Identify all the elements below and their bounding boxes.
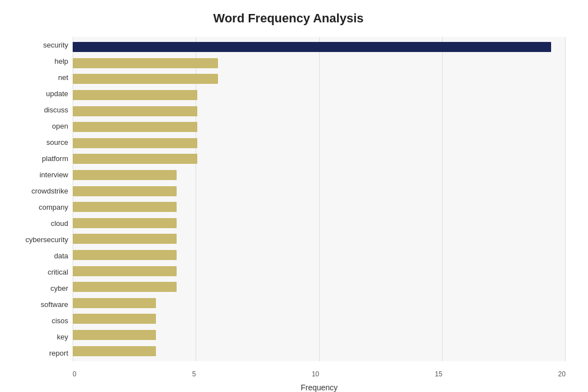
bar-row bbox=[73, 345, 566, 357]
y-label: crowdstrike bbox=[31, 187, 68, 195]
y-label: platform bbox=[42, 155, 68, 162]
bar bbox=[73, 58, 218, 68]
bar-row bbox=[73, 185, 566, 197]
bar bbox=[73, 90, 197, 100]
y-label: cisos bbox=[51, 317, 68, 324]
bar bbox=[73, 266, 177, 276]
bars-and-grid: 05101520 Frequency bbox=[73, 37, 566, 361]
bar bbox=[73, 42, 551, 52]
y-label: update bbox=[46, 90, 68, 97]
bar bbox=[73, 138, 197, 148]
bar bbox=[73, 250, 177, 260]
bar-row bbox=[73, 233, 566, 245]
bar bbox=[73, 74, 218, 84]
chart-container: Word Frequency Analysis securityhelpnetu… bbox=[0, 0, 588, 392]
bar bbox=[73, 282, 177, 292]
bar bbox=[73, 330, 156, 340]
chart-title: Word Frequency Analysis bbox=[11, 11, 566, 26]
y-label: help bbox=[54, 58, 68, 65]
x-tick-label: 5 bbox=[192, 370, 196, 378]
bar-row bbox=[73, 297, 566, 309]
y-label: software bbox=[41, 301, 68, 308]
bar-row bbox=[73, 73, 566, 85]
y-label: source bbox=[46, 139, 68, 146]
bar bbox=[73, 106, 197, 116]
bar bbox=[73, 170, 177, 180]
bar-row bbox=[73, 217, 566, 229]
bar-row bbox=[73, 89, 566, 101]
bar-row bbox=[73, 57, 566, 69]
y-label: critical bbox=[48, 268, 68, 276]
x-tick-label: 20 bbox=[558, 370, 566, 378]
x-tick-label: 10 bbox=[312, 370, 319, 378]
bar-row bbox=[73, 105, 566, 117]
y-label: data bbox=[54, 252, 68, 259]
y-label: cybersecurity bbox=[25, 236, 68, 243]
bars-wrapper bbox=[73, 37, 566, 361]
y-label: company bbox=[39, 204, 68, 211]
y-label: security bbox=[43, 41, 68, 49]
bar bbox=[73, 346, 156, 356]
y-axis-labels: securityhelpnetupdatediscussopensourcepl… bbox=[11, 37, 73, 361]
bar-row bbox=[73, 313, 566, 325]
bar-row bbox=[73, 201, 566, 213]
bar-row bbox=[73, 249, 566, 261]
bar bbox=[73, 314, 156, 324]
bar bbox=[73, 154, 197, 164]
bar-row bbox=[73, 137, 566, 149]
chart-area: securityhelpnetupdatediscussopensourcepl… bbox=[11, 37, 566, 361]
x-axis-labels: 05101520 bbox=[73, 370, 566, 378]
x-tick-label: 0 bbox=[73, 370, 77, 378]
bar bbox=[73, 202, 177, 212]
y-label: key bbox=[57, 333, 68, 341]
bar bbox=[73, 218, 177, 228]
bar-row bbox=[73, 329, 566, 341]
bar-row bbox=[73, 121, 566, 133]
bar bbox=[73, 122, 197, 132]
x-tick-label: 15 bbox=[435, 370, 442, 378]
y-label: interview bbox=[40, 171, 68, 178]
bar-row bbox=[73, 169, 566, 181]
bar bbox=[73, 186, 177, 196]
y-label: cloud bbox=[51, 220, 68, 227]
x-axis-title: Frequency bbox=[301, 383, 338, 392]
y-label: discuss bbox=[44, 106, 68, 114]
y-label: report bbox=[49, 350, 68, 357]
bar bbox=[73, 298, 156, 308]
bar-row bbox=[73, 41, 566, 53]
y-label: net bbox=[58, 74, 68, 81]
bar-row bbox=[73, 153, 566, 165]
y-label: open bbox=[52, 122, 68, 130]
bar-row bbox=[73, 265, 566, 277]
bar bbox=[73, 234, 177, 244]
bar-row bbox=[73, 281, 566, 293]
y-label: cyber bbox=[50, 285, 68, 292]
